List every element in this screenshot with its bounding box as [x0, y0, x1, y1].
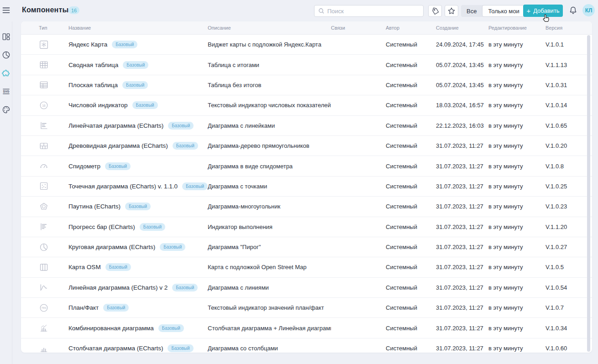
component-created: 31.07.2023, 11:27	[436, 304, 488, 311]
component-edited: в эту минуту	[488, 163, 546, 170]
treemap-icon	[39, 141, 49, 151]
svg-assets-icon[interactable]: SVG	[2, 87, 10, 96]
component-description: Индикатор выполнения	[208, 224, 331, 230]
component-edited: в эту минуту	[488, 41, 546, 48]
palette-icon[interactable]	[2, 105, 10, 114]
charts-icon[interactable]	[2, 51, 10, 59]
component-version: V.1.0.34	[546, 325, 592, 332]
table-row[interactable]: 75% План/Факт Базовый Текстовый индикато…	[21, 298, 592, 318]
star-icon	[447, 7, 456, 15]
user-avatar[interactable]: КЛ	[582, 4, 595, 16]
component-name: План/Факт	[68, 304, 99, 311]
component-edited: в эту минуту	[488, 122, 546, 129]
component-version: V.1.1.13	[546, 62, 592, 68]
svg-text:SVG: SVG	[3, 90, 9, 93]
component-created: 31.07.2023, 11:27	[436, 345, 488, 352]
filter-all-option[interactable]: Все	[461, 5, 482, 17]
component-edited: в эту минуту	[488, 82, 546, 88]
component-created: 31.07.2023, 11:27	[436, 203, 488, 210]
component-version: V.1.0.8	[546, 163, 592, 170]
column-header-8: Версия	[546, 25, 592, 31]
column-header-7: Редактирование	[488, 25, 546, 31]
component-name: Линейная диаграмма (ECharts) v 2	[68, 284, 168, 291]
component-version: V.1.0.23	[546, 203, 592, 210]
table-row[interactable]: Сводная таблица Базовый Таблица с итогам…	[21, 55, 592, 75]
table-row[interactable]: Линейчатая диаграмма (ECharts) Базовый Д…	[21, 116, 592, 136]
base-badge: Базовый	[158, 324, 184, 332]
page-title: Компоненты	[22, 6, 68, 14]
pie-chart-icon	[39, 242, 49, 252]
component-edited: в эту минуту	[488, 183, 546, 190]
component-description: Диаграмма "Пирог"	[208, 244, 331, 250]
table-row[interactable]: Карта OSM Базовый Карта с подложкой Open…	[21, 257, 592, 277]
menu-icon[interactable]	[2, 7, 10, 14]
component-edited: в эту минуту	[488, 244, 546, 250]
component-version: V.1.0.1	[546, 41, 592, 48]
component-name: Круговая диаграмма (ECharts)	[68, 244, 155, 250]
component-description: Диаграмма-дерево прямоугольников	[208, 142, 331, 149]
component-name: Древовидная диаграмма (ECharts)	[68, 142, 168, 149]
table-row[interactable]: Спидометр Базовый Диаграмма в виде спидо…	[21, 156, 592, 176]
component-version: V.1.0.7	[546, 304, 592, 311]
component-author: Системный	[386, 203, 436, 210]
top-bar: Компоненты 16 Все Только мои + Добавить …	[12, 0, 598, 21]
map-osm-icon	[39, 262, 49, 272]
components-icon[interactable]	[2, 69, 10, 78]
column-header-6: Создание	[436, 25, 488, 31]
search-box[interactable]	[314, 5, 424, 17]
base-badge: Базовый	[168, 344, 193, 352]
component-name: Столбчатая диаграмма (ECharts)	[68, 345, 163, 352]
svg-text:16: 16	[42, 104, 46, 107]
base-badge: Базовый	[105, 162, 131, 170]
component-description: Диаграмма в виде спидометра	[208, 163, 331, 170]
add-button-label: Добавить	[533, 7, 559, 14]
line-chart-icon	[39, 282, 49, 292]
column-header-1: Тип	[21, 25, 68, 31]
component-author: Системный	[386, 345, 436, 352]
table-header-row: ТипНазваниеОписаниеСвязиАвторСозданиеРед…	[21, 21, 592, 35]
components-table-card: ТипНазваниеОписаниеСвязиАвторСозданиеРед…	[21, 21, 592, 353]
vertical-scrollbar[interactable]	[587, 35, 590, 352]
table-row[interactable]: Точечная диаграмма (ECharts) v. 1.1.0 Ба…	[21, 177, 592, 197]
component-version: V.1.0.27	[546, 244, 592, 250]
favorites-filter-button[interactable]	[445, 5, 458, 17]
component-created: 18.03.2024, 16:57	[436, 102, 488, 109]
component-author: Системный	[386, 62, 436, 68]
table-row[interactable]: Яндекс Карта Базовый Виджет карты с подл…	[21, 35, 592, 55]
table-row[interactable]: Круговая диаграмма (ECharts) Базовый Диа…	[21, 237, 592, 257]
table-row[interactable]: Столбчатая диаграмма (ECharts) Базовый Д…	[21, 338, 592, 353]
dashboards-icon[interactable]	[2, 32, 10, 41]
component-name: Плоская таблица	[68, 82, 118, 88]
component-description: Таблица с итогами	[208, 62, 331, 68]
table-row[interactable]: Древовидная диаграмма (ECharts) Базовый …	[21, 136, 592, 156]
component-edited: в эту минуту	[488, 345, 546, 352]
add-component-button[interactable]: + Добавить	[523, 5, 563, 17]
component-name: Числовой индикатор	[68, 102, 128, 109]
table-row[interactable]: 16 Числовой индикатор Базовый Текстовый …	[21, 95, 592, 115]
search-input[interactable]	[327, 8, 420, 15]
component-edited: в эту минуту	[488, 142, 546, 149]
component-author: Системный	[386, 142, 436, 149]
component-version: V.1.0.31	[546, 82, 592, 88]
component-author: Системный	[386, 284, 436, 291]
table-row[interactable]: Прогресс бар (ECharts) Базовый Индикатор…	[21, 217, 592, 237]
notifications-bell-icon[interactable]	[569, 6, 577, 15]
component-author: Системный	[386, 304, 436, 311]
table-row[interactable]: Паутина (ECharts) Базовый Диаграмма-мног…	[21, 197, 592, 217]
component-version: V.1.0.5	[546, 264, 592, 270]
component-name: Комбинированная диаграмма	[68, 325, 154, 332]
component-edited: в эту минуту	[488, 102, 546, 109]
svg-text:75%: 75%	[41, 307, 46, 309]
flat-table-icon	[39, 80, 49, 90]
tags-filter-button[interactable]	[428, 5, 442, 17]
component-edited: в эту минуту	[488, 264, 546, 270]
base-badge: Базовый	[132, 101, 158, 109]
component-created: 24.09.2024, 17:45	[436, 41, 488, 48]
table-row[interactable]: Линейная диаграмма (ECharts) v 2 Базовый…	[21, 278, 592, 298]
component-created: 31.07.2023, 11:27	[436, 183, 488, 190]
filter-mine-option[interactable]: Только мои	[482, 5, 525, 17]
base-badge: Базовый	[168, 122, 194, 130]
table-row[interactable]: Комбинированная диаграмма Базовый Столбч…	[21, 318, 592, 338]
base-badge: Базовый	[123, 61, 148, 69]
table-row[interactable]: Плоская таблица Базовый Таблица без итог…	[21, 75, 592, 95]
